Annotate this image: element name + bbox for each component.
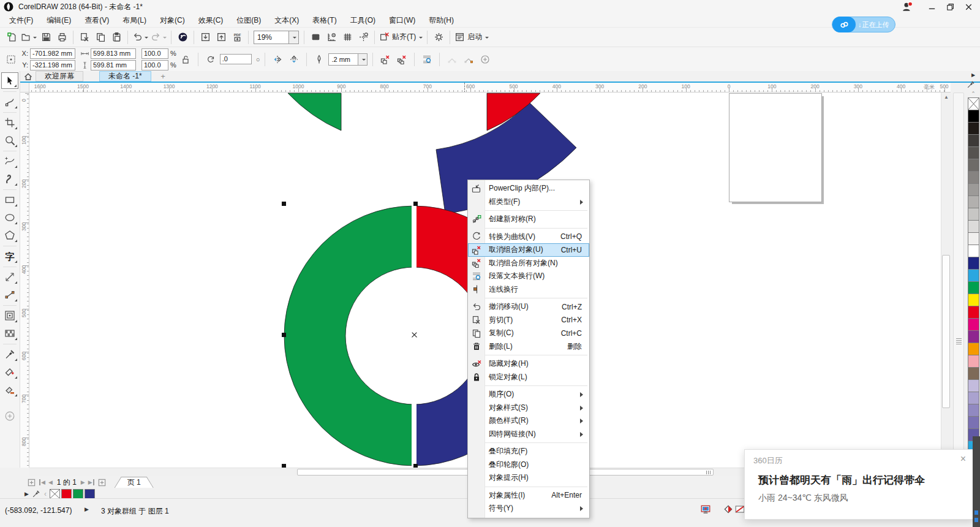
import-button[interactable] xyxy=(197,29,213,45)
menu-item-5[interactable]: 效果(C) xyxy=(192,13,230,27)
scale-x-field[interactable]: 100.0 xyxy=(141,48,168,59)
palette-swatch[interactable] xyxy=(968,122,979,135)
menu-item-4[interactable]: 对象(C) xyxy=(153,13,192,27)
context-menu-item[interactable]: 隐藏对象(H) xyxy=(468,357,589,371)
add-page-button-2[interactable] xyxy=(97,478,107,487)
freehand-tool[interactable] xyxy=(1,153,18,169)
context-menu-item[interactable]: 剪切(T) Ctrl+X xyxy=(468,314,589,327)
context-menu-item[interactable]: 框类型(F) xyxy=(468,195,589,209)
palette-swatch[interactable] xyxy=(968,232,979,245)
menu-item-0[interactable]: 文件(F) xyxy=(2,13,40,27)
palette-eyedropper-icon[interactable] xyxy=(967,80,975,89)
contour-tool[interactable] xyxy=(1,307,18,324)
transparency-tool[interactable] xyxy=(1,325,18,341)
close-button[interactable] xyxy=(959,1,978,13)
palette-swatch[interactable] xyxy=(968,367,979,380)
smart-fill-tool[interactable] xyxy=(1,381,18,398)
context-menu-item[interactable]: 顺序(O) xyxy=(468,388,589,401)
palette-swatch[interactable] xyxy=(968,146,979,159)
palette-swatch[interactable] xyxy=(968,330,979,343)
horizontal-ruler[interactable]: 1600150014001300120011001000900800700600… xyxy=(29,83,951,93)
context-menu-item[interactable]: 取消组合所有对象(N) xyxy=(468,257,589,270)
export-button[interactable] xyxy=(213,29,229,45)
object-height-field[interactable]: 599.81 mm xyxy=(91,60,136,70)
object-width-field[interactable]: 599.813 mm xyxy=(91,48,136,59)
minimize-button[interactable] xyxy=(922,1,941,13)
context-menu-item[interactable]: 因特网链接(N) xyxy=(468,428,589,441)
open-button[interactable] xyxy=(20,29,38,45)
menu-item-9[interactable]: 工具(O) xyxy=(344,13,382,27)
zoom-level-dropdown[interactable] xyxy=(288,31,298,44)
ellipse-tool[interactable] xyxy=(1,209,18,226)
menu-item-8[interactable]: 表格(T) xyxy=(306,13,343,27)
toggle-rulers-button[interactable] xyxy=(323,29,339,45)
page-tab[interactable]: 页 1 xyxy=(115,477,154,488)
context-menu-item[interactable]: 创建新对称(R) xyxy=(468,213,589,226)
palette-flyout-arrow[interactable]: ▶ xyxy=(967,72,980,80)
docpalette-flyout-arrow[interactable]: ▶ xyxy=(24,491,29,497)
palette-swatch[interactable] xyxy=(968,245,979,257)
palette-swatch[interactable] xyxy=(968,159,979,172)
save-button[interactable] xyxy=(38,29,54,45)
pick-tool[interactable] xyxy=(1,72,18,89)
crop-tool[interactable] xyxy=(1,114,18,131)
context-menu-item[interactable]: 颜色样式(R) xyxy=(468,414,589,428)
menu-item-3[interactable]: 布局(L) xyxy=(116,13,153,27)
vertical-scroll-thumb[interactable] xyxy=(942,255,950,408)
context-menu-item[interactable]: 转换为曲线(V) Ctrl+Q xyxy=(468,230,589,244)
menu-item-10[interactable]: 窗口(W) xyxy=(382,13,422,27)
palette-swatch[interactable] xyxy=(968,195,979,208)
previous-page-button[interactable]: ◀ xyxy=(48,479,53,485)
options-button[interactable] xyxy=(431,29,447,45)
palette-swatch[interactable] xyxy=(968,416,979,429)
tab-untitled-document[interactable]: 未命名 -1* xyxy=(99,71,151,82)
mirror-horizontal-button[interactable] xyxy=(270,52,285,67)
palette-swatch-none[interactable] xyxy=(968,97,979,110)
search-content-button[interactable] xyxy=(175,29,190,45)
new-document-button[interactable] xyxy=(4,29,20,45)
outline-width-combo[interactable]: .2 mm xyxy=(328,53,368,66)
redo-button[interactable] xyxy=(149,29,168,45)
context-menu-item[interactable]: 叠印轮廓(O) xyxy=(468,458,589,472)
palette-swatch[interactable] xyxy=(968,343,979,355)
fill-status-icon[interactable] xyxy=(723,504,734,515)
new-tab-button[interactable]: + xyxy=(158,72,168,81)
object-position-button[interactable] xyxy=(4,52,18,67)
toggle-guidelines-button[interactable] xyxy=(355,29,371,45)
vertical-ruler[interactable]: 0100200300400500600700800 xyxy=(20,93,29,468)
palette-swatch[interactable] xyxy=(968,392,979,404)
polygon-tool[interactable] xyxy=(1,227,18,243)
palette-swatch[interactable] xyxy=(968,134,979,147)
palette-swatch[interactable] xyxy=(968,281,979,294)
add-tool[interactable] xyxy=(1,408,18,424)
rotation-angle-field[interactable]: .0 xyxy=(220,54,252,64)
selection-handle[interactable] xyxy=(282,202,286,206)
add-property-button[interactable] xyxy=(478,52,492,67)
ruler-origin-corner[interactable] xyxy=(20,83,29,93)
user-account-icon[interactable] xyxy=(900,1,914,12)
paste-button[interactable] xyxy=(108,29,124,45)
selection-handle[interactable] xyxy=(282,333,286,337)
copy-button[interactable] xyxy=(92,29,108,45)
selection-handle[interactable] xyxy=(413,202,418,206)
context-menu-item[interactable]: 对象提示(H) xyxy=(468,471,589,485)
toggle-grid-button[interactable] xyxy=(339,29,355,45)
route-connector-button[interactable] xyxy=(445,52,459,67)
palette-swatch[interactable] xyxy=(968,355,979,368)
menu-item-2[interactable]: 查看(V) xyxy=(78,13,116,27)
palette-swatch[interactable] xyxy=(968,404,979,417)
docpalette-eyedropper-icon[interactable] xyxy=(32,490,40,498)
context-menu-item[interactable]: 连线换行 xyxy=(468,283,589,297)
interactive-fill-tool[interactable] xyxy=(1,363,18,380)
palette-swatch[interactable] xyxy=(968,269,979,282)
context-menu-item[interactable]: 对象属性(I) Alt+Enter xyxy=(468,489,589,502)
restore-button[interactable] xyxy=(941,1,959,13)
eyedropper-tool[interactable] xyxy=(1,346,18,362)
menu-item-7[interactable]: 文本(X) xyxy=(268,13,306,27)
context-menu-item[interactable]: 锁定对象(L) xyxy=(468,371,589,384)
context-menu-item[interactable]: 删除(L) 删除 xyxy=(468,340,589,354)
docpalette-swatch[interactable] xyxy=(61,489,72,499)
palette-swatch[interactable] xyxy=(968,379,979,392)
vertical-scrollbar[interactable]: ▲ ▼ xyxy=(941,93,951,468)
context-menu-item[interactable]: 段落文本换行(W) xyxy=(468,270,589,283)
